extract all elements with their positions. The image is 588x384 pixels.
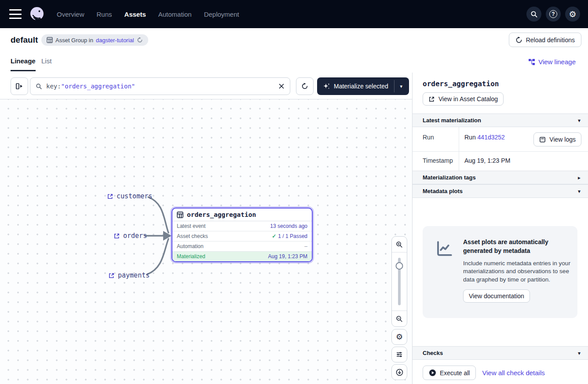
section-label: Checks [423, 350, 443, 356]
materialize-split-button: Materialize selected ▾ [317, 77, 409, 95]
line-chart-icon [435, 239, 453, 318]
section-checks[interactable]: Checks ▾ [413, 346, 588, 360]
graph-settings-button[interactable]: ⚙ [391, 329, 407, 345]
row-value: – [304, 243, 307, 249]
row-value: Aug 19, 1:23 PM [268, 253, 307, 260]
zoom-slider-handle[interactable] [396, 262, 403, 270]
section-label: Latest materialization [423, 117, 481, 124]
view-lineage-link[interactable]: View lineage [528, 58, 576, 66]
chevron-down-icon: ▾ [578, 350, 581, 356]
zoom-controls [391, 236, 407, 327]
check-icon: ✓ [272, 233, 276, 239]
row-label: Materialized [177, 253, 205, 260]
materialize-selected-label: Materialize selected [334, 83, 388, 90]
search-button[interactable] [526, 7, 541, 22]
hamburger-menu-icon[interactable] [9, 9, 22, 19]
execute-all-label: Execute all [440, 369, 470, 377]
zoom-out-icon [396, 315, 403, 322]
sparkle-icon [323, 83, 330, 90]
refresh-icon[interactable] [137, 37, 143, 43]
asset-node-payments[interactable]: payments [108, 271, 150, 279]
badge-label: Asset Group in [55, 37, 93, 44]
asset-search-input[interactable]: key:"orders_aggregation" [30, 77, 290, 95]
lineage-toolbar: key:"orders_aggregation" [0, 73, 412, 99]
filters-icon [396, 351, 403, 358]
help-icon: ? [549, 10, 557, 18]
row-label: Asset checks [177, 233, 208, 239]
materialize-options-button[interactable]: ▾ [394, 77, 408, 95]
view-all-check-details-link[interactable]: View all check details [482, 369, 544, 377]
section-latest-materialization[interactable]: Latest materialization ▾ [413, 113, 588, 127]
external-link-icon [108, 272, 115, 279]
nav-item-assets[interactable]: Assets [124, 11, 146, 18]
card-title: Asset plots are automatically generated … [463, 238, 567, 256]
tab-list[interactable]: List [41, 57, 51, 70]
view-logs-button[interactable]: View logs [533, 132, 581, 146]
section-label: Metadata plots [423, 188, 463, 194]
card-body: Include numeric metadata entries in your… [463, 260, 571, 285]
view-documentation-button[interactable]: View documentation [463, 289, 530, 303]
nav-item-overview[interactable]: Overview [57, 11, 84, 18]
primary-nav: Overview Runs Assets Automation Deployme… [57, 11, 239, 18]
tab-lineage[interactable]: Lineage [11, 57, 36, 71]
zoom-in-icon [396, 241, 403, 248]
navbar-actions: ? ⚙ [526, 7, 580, 22]
panel-toggle-icon [15, 83, 23, 90]
chevron-down-icon: ▾ [400, 84, 402, 89]
view-in-asset-catalog-button[interactable]: View in Asset Catalog [423, 92, 504, 106]
view-documentation-label: View documentation [469, 293, 524, 300]
close-icon [278, 83, 285, 89]
page-title: default [11, 35, 38, 45]
repo-link[interactable]: dagster-tutorial [96, 37, 134, 44]
search-query-text: key:"orders_aggregation" [46, 83, 135, 90]
section-metadata-plots[interactable]: Metadata plots ▾ [413, 184, 588, 198]
zoom-in-button[interactable] [392, 237, 407, 252]
materialize-selected-button[interactable]: Materialize selected [317, 77, 394, 95]
sidebar-asset-title: orders_aggregation [423, 80, 499, 88]
clear-search-button[interactable] [278, 83, 285, 89]
expand-panel-button[interactable] [11, 77, 28, 95]
timestamp-row-value: Aug 19, 1:23 PM [464, 157, 510, 164]
nav-item-runs[interactable]: Runs [97, 11, 112, 18]
zoom-slider[interactable] [392, 252, 407, 311]
asset-node-customers[interactable]: customers [107, 192, 152, 200]
view-in-asset-catalog-label: View in Asset Catalog [438, 95, 498, 102]
help-button[interactable]: ? [546, 7, 561, 22]
recenter-button[interactable] [391, 364, 407, 380]
asset-node-title: orders_aggregation [187, 211, 256, 218]
reload-definitions-button[interactable]: Reload definitions [509, 33, 581, 47]
recenter-icon [396, 369, 403, 376]
zoom-out-button[interactable] [392, 311, 407, 326]
chevron-down-icon: ▾ [578, 188, 581, 194]
execute-all-button[interactable]: Execute all [423, 366, 476, 380]
nav-item-automation[interactable]: Automation [158, 11, 192, 18]
card-content: Asset plots are automatically generated … [463, 238, 571, 318]
section-materialization-tags[interactable]: Materialization tags ▸ [413, 171, 588, 184]
lineage-canvas[interactable]: customers orders payments [0, 99, 412, 384]
table-icon [177, 212, 183, 218]
dagster-logo-icon[interactable] [29, 6, 45, 22]
nav-item-deployment[interactable]: Deployment [204, 11, 239, 18]
asset-node-label: payments [118, 271, 150, 279]
gear-icon: ⚙ [396, 332, 403, 342]
refresh-graph-button[interactable] [296, 77, 314, 95]
search-query-key: key: [46, 83, 61, 90]
node-row-materialized: Materialized Aug 19, 1:23 PM [172, 252, 312, 261]
logs-icon [539, 136, 546, 143]
asset-node-orders[interactable]: orders [113, 232, 147, 240]
play-circle-icon [429, 369, 436, 377]
run-prefix: Run [464, 134, 478, 141]
settings-button[interactable]: ⚙ [565, 7, 580, 22]
asset-node-label: customers [117, 192, 152, 200]
run-id-link[interactable]: 441d3252 [478, 134, 505, 141]
asset-detail-sidebar: orders_aggregation View in Asset Catalog… [412, 73, 588, 384]
section-label: Materialization tags [423, 174, 476, 181]
selected-asset-node[interactable]: orders_aggregation Latest event 13 secon… [172, 208, 313, 262]
asset-node-label: orders [123, 232, 147, 240]
lineage-icon [528, 59, 535, 66]
node-row-latest-event: Latest event 13 seconds ago [172, 221, 312, 231]
reload-icon [515, 37, 522, 44]
graph-filters-button[interactable] [391, 347, 407, 362]
top-navbar: Overview Runs Assets Automation Deployme… [0, 0, 588, 28]
timestamp-row: Timestamp Aug 19, 1:23 PM [413, 152, 588, 171]
